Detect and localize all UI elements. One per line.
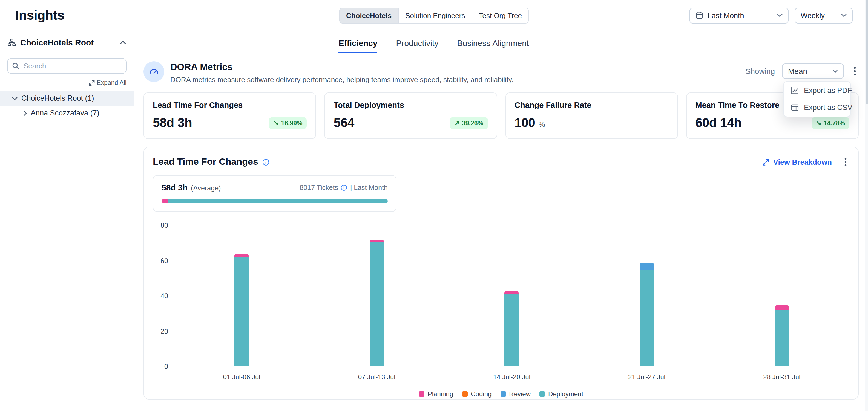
chevron-down-icon bbox=[832, 69, 838, 73]
kebab-menu-icon[interactable] bbox=[851, 65, 859, 77]
chevron-down-icon bbox=[841, 14, 847, 17]
granularity-select[interactable]: Weekly bbox=[795, 7, 852, 23]
y-tick-label: 20 bbox=[160, 328, 168, 335]
bar-group bbox=[580, 225, 714, 366]
org-tree-icon bbox=[8, 38, 16, 46]
tree-item-choicehotels-root[interactable]: ChoiceHotels Root (1) bbox=[0, 91, 134, 106]
legend-swatch bbox=[462, 391, 467, 397]
stacked-bar[interactable] bbox=[235, 254, 249, 366]
summary-period: | Last Month bbox=[350, 183, 388, 191]
card-unit: % bbox=[538, 121, 545, 129]
period-select[interactable]: Last Month bbox=[689, 7, 788, 23]
y-tick-label: 80 bbox=[160, 221, 168, 229]
chevron-right-icon[interactable] bbox=[24, 110, 27, 116]
card-title: Total Deployments bbox=[334, 101, 488, 109]
info-icon[interactable] bbox=[341, 184, 347, 191]
kebab-menu-icon[interactable] bbox=[842, 156, 849, 168]
scrollbar-thumb[interactable] bbox=[866, 0, 868, 104]
aggregation-select[interactable]: Mean bbox=[782, 64, 844, 79]
x-axis-label: 01 Jul-06 Jul bbox=[174, 373, 309, 381]
legend-swatch bbox=[500, 391, 506, 397]
tree-item-anna-scozzafava[interactable]: Anna Scozzafava (7) bbox=[0, 106, 134, 121]
bar-segment-deployment bbox=[370, 242, 384, 366]
sidebar-root-label: ChoiceHotels Root bbox=[20, 38, 94, 47]
card-title: Lead Time For Changes bbox=[153, 101, 307, 109]
trend-badge: ↗ 39.26% bbox=[450, 117, 488, 129]
stacked-bar[interactable] bbox=[505, 291, 519, 366]
trend-down-icon: ↘ bbox=[273, 119, 279, 127]
main-area: Efficiency Productivity Business Alignme… bbox=[134, 31, 868, 411]
stacked-bar[interactable] bbox=[775, 305, 789, 366]
chevron-up-icon[interactable] bbox=[120, 40, 126, 44]
org-tree-sidebar: ChoiceHotels Root bbox=[0, 31, 134, 411]
view-breakdown-label: View Breakdown bbox=[773, 158, 832, 166]
legend-item[interactable]: Planning bbox=[419, 390, 453, 398]
x-axis-label: 14 Jul-20 Jul bbox=[444, 373, 579, 381]
dora-controls: Showing Mean bbox=[746, 64, 859, 79]
aggregation-select-value: Mean bbox=[788, 67, 807, 75]
phase-distribution-bar bbox=[161, 199, 388, 203]
chevron-down-icon bbox=[777, 14, 782, 17]
page-layout: ChoiceHotels Root bbox=[0, 31, 868, 411]
legend-label: Planning bbox=[428, 390, 453, 398]
search-input[interactable] bbox=[7, 58, 126, 74]
card-value: 100% bbox=[515, 115, 545, 130]
legend-item[interactable]: Coding bbox=[462, 390, 492, 398]
header-controls: Last Month Weekly bbox=[689, 7, 852, 23]
trend-delta: 14.78% bbox=[824, 119, 845, 126]
card-lead-time-for-changes[interactable]: Lead Time For Changes 58d 3h ↘ 16.99% bbox=[144, 93, 316, 139]
export-csv-item[interactable]: Export as CSV bbox=[784, 99, 850, 116]
period-select-value: Last Month bbox=[708, 11, 744, 20]
panel-header: Lead Time For Changes bbox=[153, 156, 849, 168]
lead-time-summary-card: 58d 3h (Average) 8017 Tickets bbox=[153, 175, 397, 212]
bar-group bbox=[174, 225, 309, 366]
bar-segment-planning bbox=[235, 254, 249, 257]
expand-all-label: Expand All bbox=[97, 79, 126, 86]
bar-segment-deployment bbox=[775, 311, 789, 366]
search-icon bbox=[12, 62, 19, 69]
export-pdf-label: Export as PDF bbox=[804, 87, 852, 95]
tree-item-label: Anna Scozzafava (7) bbox=[31, 109, 99, 117]
trend-delta: 16.99% bbox=[281, 119, 302, 126]
scrollbar[interactable] bbox=[865, 0, 868, 411]
legend-label: Review bbox=[509, 390, 531, 398]
stacked-bar[interactable] bbox=[370, 240, 384, 366]
legend-item[interactable]: Review bbox=[500, 390, 531, 398]
tab-business-alignment[interactable]: Business Alignment bbox=[457, 38, 529, 53]
bars-row bbox=[174, 225, 849, 366]
org-tab-choicehotels[interactable]: ChoiceHotels bbox=[340, 8, 399, 23]
legend-item[interactable]: Deployment bbox=[539, 390, 583, 398]
card-value: 60d 14h bbox=[695, 115, 742, 130]
expand-all-button[interactable]: Expand All bbox=[0, 79, 134, 86]
legend-swatch bbox=[539, 391, 545, 397]
export-csv-label: Export as CSV bbox=[804, 103, 852, 112]
panel-title: Lead Time For Changes bbox=[153, 157, 258, 168]
info-icon[interactable] bbox=[262, 159, 270, 166]
sidebar-header: ChoiceHotels Root bbox=[0, 38, 134, 47]
tickets-count: 8017 Tickets bbox=[300, 183, 338, 191]
lead-time-chart: 020406080 bbox=[153, 225, 849, 366]
chevron-down-icon[interactable] bbox=[12, 97, 18, 100]
dora-title: DORA Metrics bbox=[170, 62, 514, 73]
line-chart-icon bbox=[791, 87, 799, 95]
expand-all-icon bbox=[88, 80, 94, 85]
calendar-icon bbox=[695, 11, 703, 19]
x-labels: 01 Jul-06 Jul07 Jul-13 Jul14 Jul-20 Jul2… bbox=[174, 373, 849, 381]
tab-efficiency[interactable]: Efficiency bbox=[339, 38, 378, 53]
showing-label: Showing bbox=[746, 67, 775, 75]
org-tab-solution-engineers[interactable]: Solution Engineers bbox=[399, 8, 472, 23]
y-axis: 020406080 bbox=[153, 225, 174, 366]
x-axis-label: 21 Jul-27 Jul bbox=[580, 373, 714, 381]
org-tab-test-org-tree[interactable]: Test Org Tree bbox=[472, 8, 528, 23]
card-total-deployments[interactable]: Total Deployments 564 ↗ 39.26% bbox=[324, 93, 497, 139]
export-pdf-item[interactable]: Export as PDF bbox=[784, 82, 850, 99]
tab-productivity[interactable]: Productivity bbox=[396, 38, 438, 53]
bar-segment-deployment bbox=[640, 270, 654, 366]
trend-down-icon: ↘ bbox=[816, 119, 822, 127]
stacked-bar[interactable] bbox=[640, 263, 654, 366]
card-title: Change Failure Rate bbox=[515, 101, 669, 109]
view-breakdown-button[interactable]: View Breakdown bbox=[762, 158, 832, 166]
page-title: Insights bbox=[16, 8, 64, 23]
y-tick-label: 40 bbox=[160, 292, 168, 300]
card-change-failure-rate[interactable]: Change Failure Rate 100% bbox=[505, 93, 678, 139]
